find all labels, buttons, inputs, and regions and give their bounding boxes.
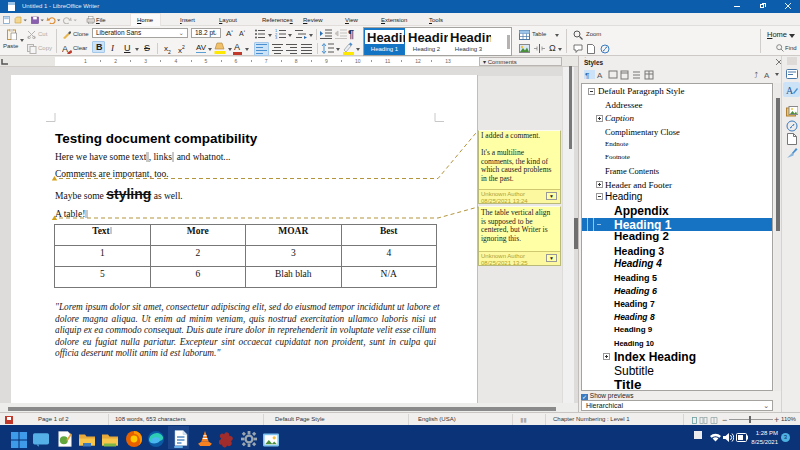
svg-text:3: 3 <box>275 35 278 39</box>
svg-text:A: A <box>62 44 68 54</box>
svg-text:A: A <box>597 71 603 80</box>
svg-text:¶: ¶ <box>585 71 589 80</box>
svg-text:A: A <box>764 71 770 80</box>
svg-text:⤴: ⤴ <box>754 71 758 80</box>
svg-text:A: A <box>786 85 794 96</box>
